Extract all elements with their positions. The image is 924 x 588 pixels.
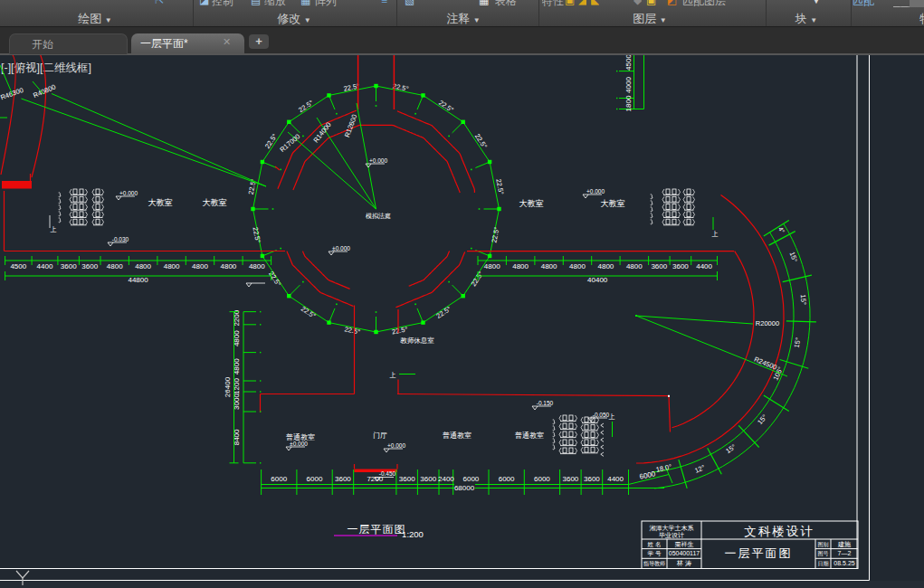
svg-text:6000: 6000	[307, 475, 323, 483]
svg-text:3600: 3600	[563, 475, 579, 483]
svg-text:+0.000: +0.000	[387, 442, 405, 449]
svg-text:3600: 3600	[61, 262, 77, 270]
svg-text:图号: 图号	[818, 551, 829, 557]
svg-text:-0.150: -0.150	[537, 400, 554, 406]
svg-text:±0.000: ±0.000	[332, 245, 350, 251]
svg-text:+0.000: +0.000	[369, 157, 387, 164]
svg-text:68000: 68000	[454, 484, 475, 492]
svg-text:一层平面图: 一层平面图	[348, 523, 406, 536]
svg-text:上: 上	[51, 226, 57, 232]
svg-text:2400: 2400	[438, 475, 454, 483]
svg-text:毕业设计: 毕业设计	[659, 532, 684, 538]
svg-text:4800: 4800	[626, 262, 643, 270]
svg-text:-0.030: -0.030	[112, 236, 129, 242]
svg-text:姓 名: 姓 名	[648, 541, 662, 548]
svg-text:大教室: 大教室	[519, 199, 544, 208]
svg-text:大教室: 大教室	[148, 198, 173, 207]
svg-text:教师休息室: 教师休息室	[400, 337, 434, 345]
svg-text:3600: 3600	[81, 262, 98, 270]
svg-text:门厅: 门厅	[373, 432, 387, 440]
svg-text:上: 上	[390, 372, 396, 378]
svg-text:一层平面图: 一层平面图	[725, 546, 793, 560]
svg-text:上: 上	[609, 413, 615, 420]
svg-text:建施: 建施	[837, 541, 852, 548]
svg-text:4800: 4800	[135, 262, 151, 270]
svg-text:普通教室: 普通教室	[515, 431, 544, 440]
svg-text:大教室: 大教室	[203, 198, 227, 207]
svg-text:050400117: 050400117	[669, 550, 700, 556]
svg-text:4800: 4800	[484, 262, 500, 270]
svg-text:栗祥生: 栗祥生	[675, 541, 694, 547]
svg-text:4000: 4000	[624, 77, 633, 93]
svg-text:4800: 4800	[569, 262, 586, 270]
svg-text:4500: 4500	[10, 262, 26, 270]
svg-text:±0.000: ±0.000	[290, 441, 308, 447]
svg-text:15°: 15°	[799, 294, 808, 305]
svg-text:4800: 4800	[221, 262, 237, 270]
svg-text:3600: 3600	[584, 475, 600, 483]
svg-text:15°: 15°	[793, 337, 803, 348]
svg-text:4800: 4800	[512, 262, 529, 270]
svg-text:6000: 6000	[271, 475, 287, 483]
svg-text:1800: 1800	[624, 95, 633, 111]
svg-text:08.5.25: 08.5.25	[834, 560, 854, 566]
svg-text:7—2: 7—2	[838, 550, 852, 556]
svg-text:3600: 3600	[420, 475, 436, 483]
svg-text:-0.050: -0.050	[593, 412, 610, 418]
svg-text:+0.000: +0.000	[586, 188, 605, 194]
svg-text:湘潭大学土木系: 湘潭大学土木系	[650, 525, 694, 532]
svg-text:[-][俯视][二维线框]: [-][俯视][二维线框]	[1, 62, 91, 74]
svg-text:4400: 4400	[607, 475, 624, 483]
svg-text:26400: 26400	[224, 376, 232, 397]
svg-text:40400: 40400	[587, 276, 608, 284]
svg-text:1:200: 1:200	[402, 529, 424, 539]
svg-text:6000: 6000	[534, 475, 550, 483]
svg-text:4500: 4500	[624, 54, 633, 71]
svg-text:+0.000: +0.000	[119, 190, 138, 196]
svg-text:3600: 3600	[672, 262, 689, 270]
svg-text:模拟法庭: 模拟法庭	[366, 213, 391, 220]
svg-text:6000: 6000	[499, 475, 515, 483]
svg-text:图别: 图别	[818, 542, 829, 548]
svg-text:大教室: 大教室	[601, 199, 625, 208]
svg-text:4800: 4800	[541, 262, 557, 270]
svg-text:普通教室: 普通教室	[443, 431, 472, 440]
svg-text:4400: 4400	[37, 262, 53, 270]
svg-text:3600: 3600	[651, 262, 667, 270]
svg-text:3600: 3600	[335, 475, 351, 483]
svg-text:文科楼设计: 文科楼设计	[744, 525, 814, 538]
svg-text:4800: 4800	[164, 262, 180, 270]
svg-text:指导教师: 指导教师	[643, 560, 665, 567]
svg-text:R20000: R20000	[756, 319, 779, 327]
svg-text:44800: 44800	[128, 276, 148, 284]
svg-text:4800: 4800	[598, 262, 614, 270]
svg-text:学 号: 学 号	[648, 550, 662, 556]
svg-text:4400: 4400	[696, 262, 712, 270]
svg-text:4800: 4800	[192, 262, 208, 270]
svg-text:3600: 3600	[399, 475, 415, 483]
svg-text:-0.450: -0.450	[379, 470, 396, 477]
svg-text:日期: 日期	[818, 561, 829, 567]
svg-text:上: 上	[712, 231, 719, 237]
svg-text:林 涛: 林 涛	[676, 560, 691, 567]
svg-text:4800: 4800	[107, 262, 123, 270]
svg-text:6000: 6000	[463, 475, 480, 483]
svg-text:4800: 4800	[249, 262, 265, 270]
